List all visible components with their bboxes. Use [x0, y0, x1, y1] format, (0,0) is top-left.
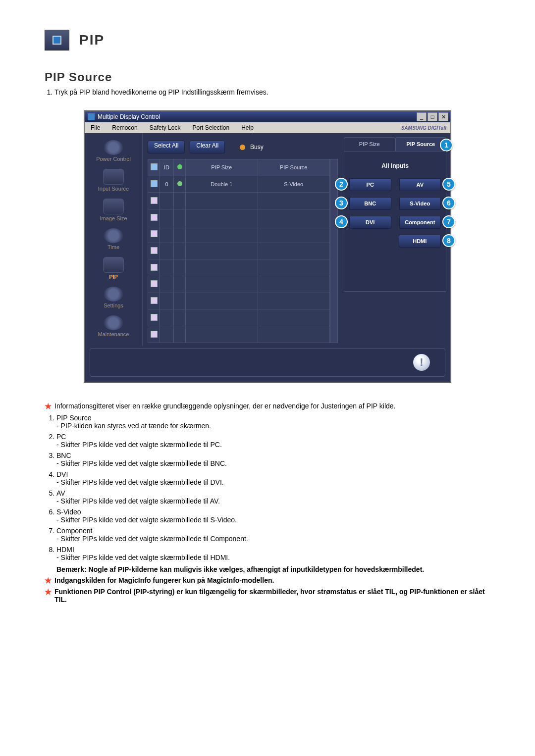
table-row[interactable]	[148, 226, 330, 243]
grid-header-pip-source[interactable]: PIP Source	[258, 159, 330, 176]
table-row[interactable]	[148, 293, 330, 309]
menu-file[interactable]: File	[85, 124, 106, 131]
bnc-button[interactable]: 3 BNC	[349, 197, 391, 210]
pip-icon	[45, 30, 69, 50]
table-row[interactable]: 0 Double 1 S-Video	[148, 176, 330, 193]
item-5-title: AV	[56, 489, 65, 497]
item-2-desc: - Skifter PIPs kilde ved det valgte skær…	[56, 441, 490, 449]
item-3-title: BNC	[56, 452, 71, 459]
hdmi-button[interactable]: HDMI 8	[399, 235, 441, 248]
row-checkbox[interactable]	[151, 180, 158, 187]
pc-button-label: PC	[367, 182, 374, 188]
grid-header-pip-size[interactable]: PIP Size	[186, 159, 258, 176]
select-all-button[interactable]: Select All	[148, 141, 185, 153]
item-8-title: HDMI	[56, 546, 74, 554]
row-checkbox[interactable]	[151, 247, 158, 254]
clear-all-button[interactable]: Clear All	[190, 141, 225, 153]
cell-pip-size: Double 1	[186, 176, 258, 193]
menubar: File Remocon Safety Lock Port Selection …	[85, 122, 450, 133]
busy-indicator-icon	[240, 145, 245, 150]
row-checkbox[interactable]	[151, 264, 158, 271]
cell-pip-source: S-Video	[258, 176, 330, 193]
sidebar-item-input-source[interactable]: Input Source	[87, 167, 140, 196]
list-item-3: BNC - Skifter PIPs kilde ved det valgte …	[56, 452, 490, 467]
tab-pip-source[interactable]: PIP Source 1	[395, 137, 447, 151]
av-button[interactable]: AV 5	[399, 178, 441, 191]
window-close-button[interactable]: ✕	[438, 112, 448, 121]
row-checkbox[interactable]	[151, 297, 158, 304]
menu-port-selection[interactable]: Port Selection	[186, 124, 235, 131]
table-row[interactable]	[148, 243, 330, 259]
item-8-desc: - Skifter PIPs kilde ved det valgte skær…	[56, 554, 490, 561]
table-row[interactable]	[148, 276, 330, 293]
dvi-button[interactable]: 4 DVI	[349, 216, 391, 229]
input-source-icon	[103, 169, 124, 185]
window-minimize-button[interactable]: _	[417, 112, 427, 121]
sidebar-item-settings[interactable]: Settings	[87, 285, 140, 312]
grid-header-id[interactable]: ID	[160, 159, 174, 176]
item-6-desc: - Skifter PIPs kilde ved det valgte skær…	[56, 516, 490, 524]
sidebar-label-pip: PIP	[109, 274, 118, 280]
item-6-title: S-Video	[56, 508, 81, 516]
window-icon	[88, 113, 95, 120]
row-checkbox[interactable]	[151, 230, 158, 237]
list-item-4: DVI - Skifter PIPs kilde ved det valgte …	[56, 470, 490, 486]
component-button[interactable]: Component 7	[399, 216, 441, 229]
sidebar-item-image-size[interactable]: Image Size	[87, 197, 140, 225]
window-maximize-button[interactable]: □	[428, 112, 437, 121]
grid-header-checkbox[interactable]	[148, 159, 160, 176]
settings-icon	[104, 287, 123, 302]
callout-2: 2	[335, 178, 348, 191]
star-icon: ★	[45, 588, 52, 604]
sidebar-item-maintenance[interactable]: Maintenance	[87, 313, 140, 341]
hdmi-button-label: HDMI	[413, 238, 427, 244]
menu-help[interactable]: Help	[235, 124, 260, 131]
tab-pip-size[interactable]: PIP Size	[344, 137, 395, 151]
table-row[interactable]	[148, 259, 330, 276]
brand-label: SAMSUNG DIGITall	[401, 125, 446, 131]
svideo-button[interactable]: S-Video 6	[399, 197, 441, 210]
star-note-2: Indgangskilden for MagicInfo fungerer ku…	[54, 576, 274, 585]
row-checkbox[interactable]	[151, 197, 158, 204]
sidebar-label-power-control: Power Control	[96, 156, 131, 162]
sidebar-item-pip[interactable]: PIP	[87, 255, 140, 284]
callout-5: 5	[442, 178, 455, 191]
row-checkbox[interactable]	[151, 314, 158, 321]
pc-button[interactable]: 2 PC	[349, 178, 391, 191]
row-checkbox[interactable]	[151, 214, 158, 221]
callout-6: 6	[442, 197, 455, 209]
cell-id: 0	[160, 176, 174, 193]
sidebar: Power Control Input Source Image Size Ti…	[85, 133, 142, 346]
table-row[interactable]	[148, 209, 330, 226]
pip-sidebar-icon	[103, 257, 124, 273]
callout-1: 1	[440, 139, 453, 151]
sidebar-item-power-control[interactable]: Power Control	[87, 138, 140, 166]
sidebar-item-time[interactable]: Time	[87, 226, 140, 254]
row-checkbox[interactable]	[151, 331, 158, 338]
page-title-row: PIP	[45, 30, 490, 50]
app-window: Multiple Display Control _ □ ✕ File Remo…	[84, 111, 451, 382]
menu-remocon[interactable]: Remocon	[106, 124, 143, 131]
sidebar-label-input-source: Input Source	[98, 186, 129, 192]
item-3-desc: - Skifter PIPs kilde ved det valgte skær…	[56, 459, 490, 467]
callout-8: 8	[442, 234, 455, 247]
toolbar: Select All Clear All Busy	[143, 133, 343, 159]
grid-header-status[interactable]	[174, 159, 186, 176]
table-row[interactable]	[148, 193, 330, 209]
callout-4: 4	[335, 215, 348, 228]
item-4-title: DVI	[56, 470, 68, 478]
power-control-icon	[104, 140, 123, 155]
row-checkbox[interactable]	[151, 280, 158, 287]
status-dot-icon	[177, 181, 182, 186]
table-row[interactable]	[148, 326, 330, 343]
step-1: Tryk på PIP bland hovedikonerne og PIP I…	[54, 88, 490, 96]
list-item-1: PIP Source - PIP-kilden kan styres ved a…	[56, 414, 490, 430]
table-row[interactable]	[148, 309, 330, 326]
maintenance-icon	[104, 315, 123, 330]
star-note-3: Funktionen PIP Control (PIP-styring) er …	[54, 588, 490, 604]
star-icon: ★	[45, 576, 52, 585]
av-button-label: AV	[417, 182, 424, 188]
info-icon[interactable]: !	[413, 354, 430, 371]
list-item-8: HDMI - Skifter PIPs kilde ved det valgte…	[56, 546, 490, 561]
menu-safety-lock[interactable]: Safety Lock	[144, 124, 187, 131]
